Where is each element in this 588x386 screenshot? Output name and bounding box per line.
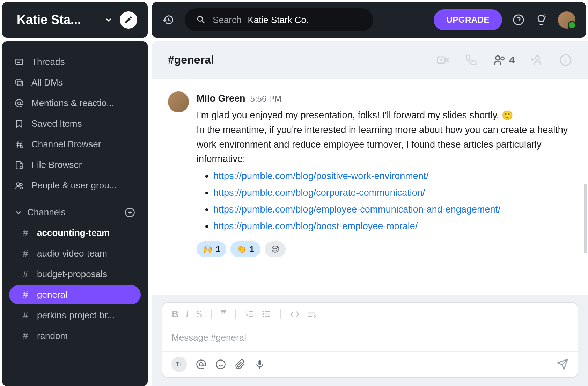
add-reaction-button[interactable] xyxy=(265,241,286,257)
channel-item[interactable]: # general xyxy=(9,285,141,304)
quote-icon[interactable]: ❞ xyxy=(221,308,226,320)
channel-item[interactable]: # perkins-project-br... xyxy=(9,306,141,325)
audio-call-icon[interactable] xyxy=(465,54,477,66)
svg-point-43 xyxy=(263,313,264,314)
message-link[interactable]: https://pumble.com/blog/positive-work-en… xyxy=(213,171,429,181)
upgrade-button[interactable]: UPGRADE xyxy=(434,9,502,30)
hash-icon: # xyxy=(22,248,29,259)
channel-name: perkins-project-br... xyxy=(37,310,115,321)
svg-line-10 xyxy=(17,141,18,147)
composer-actions: TT xyxy=(162,351,578,377)
channel-name: random xyxy=(37,331,68,341)
history-icon[interactable] xyxy=(162,14,174,26)
nav-label: Mentions & reactio... xyxy=(31,98,114,109)
reaction-count: 1 xyxy=(216,243,220,255)
workspace-switcher[interactable]: Katie Sta... xyxy=(2,2,148,38)
nav-label: File Browser xyxy=(31,159,82,170)
scrollbar[interactable] xyxy=(584,184,587,253)
channel-name: accounting-team xyxy=(37,228,110,238)
svg-point-42 xyxy=(263,311,264,312)
reaction[interactable]: 👏 1 xyxy=(230,241,260,257)
workspace-name: Katie Sta... xyxy=(17,13,97,27)
svg-point-44 xyxy=(263,316,264,317)
message-author[interactable]: Milo Green xyxy=(197,91,245,106)
nav-file-browser[interactable]: File Browser xyxy=(2,155,148,175)
user-avatar[interactable] xyxy=(558,11,575,29)
hash-icon: # xyxy=(22,289,29,300)
channel-header: #general 4 xyxy=(152,41,588,79)
mic-icon[interactable] xyxy=(255,359,265,370)
format-toolbar: B I S ❞ xyxy=(162,303,578,325)
mention-icon[interactable] xyxy=(196,359,206,370)
bullet-list-icon[interactable] xyxy=(262,309,271,319)
strike-icon[interactable]: S xyxy=(196,309,203,320)
hash-icon: # xyxy=(22,331,29,341)
search-input[interactable]: Search Katie Stark Co. xyxy=(185,8,373,31)
emoji-icon[interactable] xyxy=(215,359,226,370)
svg-point-12 xyxy=(21,146,23,148)
member-count-value: 4 xyxy=(509,54,515,66)
channel-item[interactable]: # budget-proposals xyxy=(9,265,141,284)
svg-point-24 xyxy=(501,57,504,60)
compose-button[interactable] xyxy=(120,11,137,29)
svg-point-23 xyxy=(496,56,500,60)
hash-icon: # xyxy=(22,228,29,238)
nav-channel-browser[interactable]: Channel Browser xyxy=(2,134,148,155)
hash-icon: # xyxy=(22,269,29,280)
composer: B I S ❞ Message #general TT xyxy=(152,295,588,386)
code-block-icon[interactable] xyxy=(307,309,316,319)
nav-people[interactable]: People & user grou... xyxy=(2,175,148,196)
message-avatar[interactable] xyxy=(168,91,189,112)
message-link[interactable]: https://pumble.com/blog/corporate-commun… xyxy=(213,187,425,198)
nav-all-dms[interactable]: All DMs xyxy=(2,72,148,93)
nav-threads[interactable]: Threads xyxy=(2,52,148,72)
nav-saved[interactable]: Saved Items xyxy=(2,113,148,134)
channel-item[interactable]: # audio-video-team xyxy=(9,244,141,263)
search-value: Katie Stark Co. xyxy=(248,15,309,25)
reaction-emoji: 👏 xyxy=(237,243,246,255)
nav-label: People & user grou... xyxy=(31,180,117,191)
whats-new-icon[interactable] xyxy=(535,14,547,26)
nav-label: All DMs xyxy=(31,77,63,88)
header-bar: Search Katie Stark Co. UPGRADE xyxy=(152,2,586,38)
add-member-icon[interactable] xyxy=(531,54,543,66)
reaction-count: 1 xyxy=(250,243,254,255)
add-channel-icon[interactable] xyxy=(125,207,135,218)
message-link[interactable]: https://pumble.com/blog/boost-employee-m… xyxy=(213,221,418,231)
formatting-toggle-icon[interactable]: TT xyxy=(171,357,187,372)
people-icon xyxy=(493,54,506,66)
message-line: I'm glad you enjoyed my presentation, fo… xyxy=(197,108,572,123)
reactions: 🙌 1 👏 1 xyxy=(197,241,572,257)
reaction-emoji: 🙌 xyxy=(203,243,212,255)
channel-item[interactable]: # accounting-team xyxy=(9,223,141,243)
help-icon[interactable] xyxy=(513,14,524,26)
video-call-icon[interactable] xyxy=(436,54,449,66)
nav-mentions[interactable]: Mentions & reactio... xyxy=(2,93,148,113)
message-line: In the meantime, if you're interested in… xyxy=(197,123,572,167)
italic-icon[interactable]: I xyxy=(185,309,189,320)
svg-rect-6 xyxy=(17,81,23,86)
ordered-list-icon[interactable] xyxy=(245,309,255,319)
svg-point-32 xyxy=(274,248,274,249)
svg-point-48 xyxy=(199,363,203,366)
message-link[interactable]: https://pumble.com/blog/employee-communi… xyxy=(213,204,500,215)
channel-name: budget-proposals xyxy=(37,269,107,280)
channel-item[interactable]: # random xyxy=(9,326,141,346)
channels-section-header[interactable]: Channels xyxy=(2,196,148,223)
code-icon[interactable] xyxy=(290,309,300,319)
search-label: Search xyxy=(213,15,241,25)
message-input[interactable]: Message #general xyxy=(162,325,578,351)
send-icon[interactable] xyxy=(557,358,568,370)
channel-title[interactable]: #general xyxy=(168,53,214,66)
bold-icon[interactable]: B xyxy=(171,309,178,320)
svg-rect-5 xyxy=(16,80,21,84)
member-count[interactable]: 4 xyxy=(493,54,515,66)
search-icon xyxy=(196,15,206,25)
svg-point-25 xyxy=(536,56,540,60)
info-icon[interactable] xyxy=(559,54,572,66)
message: Milo Green 5:56 PM I'm glad you enjoyed … xyxy=(168,91,572,257)
attach-icon[interactable] xyxy=(235,359,245,370)
nav-label: Saved Items xyxy=(31,118,82,129)
reaction[interactable]: 🙌 1 xyxy=(197,241,226,257)
section-label: Channels xyxy=(27,207,66,218)
